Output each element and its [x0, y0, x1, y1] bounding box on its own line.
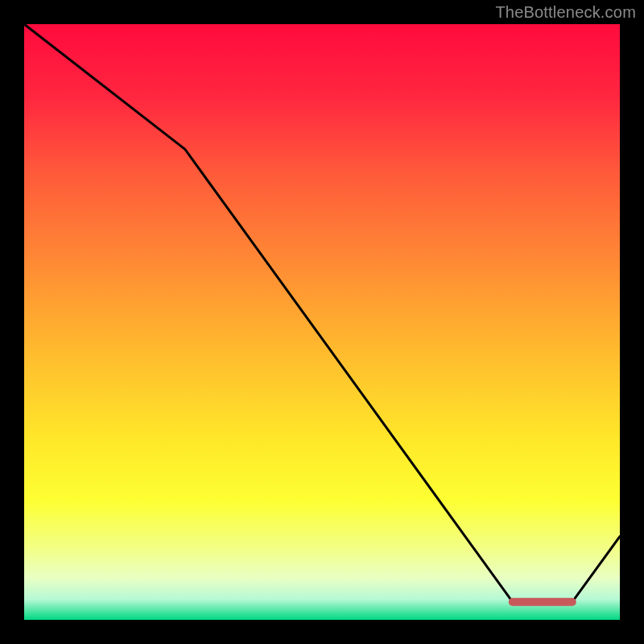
plot-background: [24, 24, 620, 620]
attribution-text: TheBottleneck.com: [495, 3, 636, 22]
chart-svg: [0, 0, 644, 644]
chart-frame: TheBottleneck.com: [0, 0, 644, 644]
